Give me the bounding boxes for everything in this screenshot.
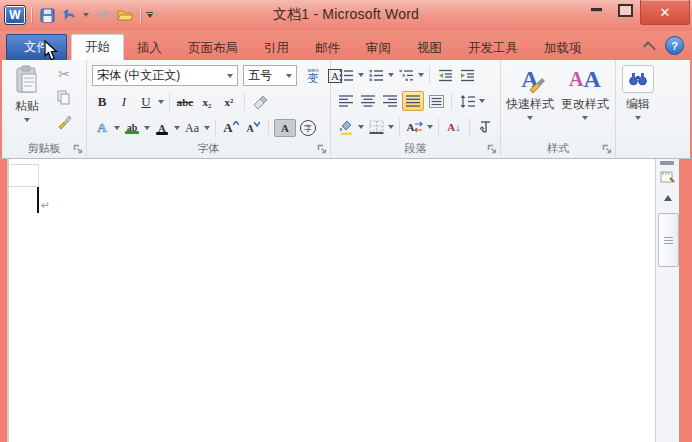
ribbon: 粘贴 ✂ 剪贴板 [0,60,692,159]
tab-view[interactable]: 视图 [404,36,455,60]
asian-layout-caret-icon[interactable] [427,125,433,129]
clipboard-dialog-launcher[interactable] [73,144,83,154]
paragraph-mark: ↵ [41,199,50,212]
quick-styles-icon: A [521,65,538,93]
underline-button[interactable]: U [136,92,156,112]
format-painter-button[interactable] [54,111,74,131]
numbering-button[interactable] [366,65,386,85]
text-effects-button[interactable]: A [92,118,112,138]
styles-dialog-launcher[interactable] [602,144,612,154]
tab-insert[interactable]: 插入 [124,36,175,60]
font-name-select[interactable]: 宋体 (中文正文) [92,65,238,86]
distributed-button[interactable] [426,91,446,111]
align-left-icon [339,95,353,107]
binoculars-icon [629,72,647,86]
bold-button[interactable]: B [92,92,112,112]
up-arrow-icon [664,195,672,201]
bullets-button[interactable] [336,65,356,85]
tab-developer[interactable]: 开发工具 [455,36,531,60]
separator [268,119,269,137]
text-effects-caret-icon[interactable] [114,126,120,130]
multilevel-list-button[interactable] [396,65,416,85]
font-size-select[interactable]: 五号 [243,65,297,86]
tab-review[interactable]: 审阅 [353,36,404,60]
paragraph-dialog-launcher[interactable] [487,144,497,154]
font-color-button[interactable]: A [152,118,172,138]
shrink-font-button[interactable]: A [243,118,263,138]
ribbon-aux-buttons: ? [644,36,684,55]
underline-caret-icon[interactable] [158,100,164,104]
vertical-scrollbar[interactable] [655,159,680,442]
clear-formatting-button[interactable] [250,92,270,112]
borders-button[interactable] [366,117,386,137]
align-center-button[interactable] [358,91,378,111]
tab-addins[interactable]: 加载项 [531,36,595,60]
split-handle[interactable] [660,161,674,165]
help-button[interactable]: ? [665,36,684,55]
shading-button[interactable] [336,117,356,137]
margin-crop-mark [9,164,39,187]
justify-button[interactable] [402,91,424,111]
change-case-button[interactable]: Aa [182,118,202,138]
change-styles-button[interactable]: A A 更改样式 [558,62,612,120]
line-spacing-caret-icon[interactable] [479,99,485,103]
subscript-button[interactable]: x₂ [197,92,217,112]
close-icon: ✕ [660,5,671,20]
mouse-cursor [44,40,60,62]
sort-button[interactable]: A ↓ [444,117,464,137]
shrink-arrow-icon [254,121,260,127]
numbering-caret-icon[interactable] [388,73,394,77]
strikethrough-button[interactable]: abc [175,92,195,112]
collapse-ribbon-icon[interactable] [643,41,656,54]
tab-home[interactable]: 开始 [71,34,124,60]
quick-styles-button[interactable]: A 快速样式 [503,62,557,120]
tab-references[interactable]: 引用 [251,36,302,60]
superscript-button[interactable]: x² [219,92,239,112]
phonetic-guide-button[interactable]: wén 变 [303,66,323,86]
character-shading-button[interactable]: A [274,119,296,137]
show-marks-button[interactable] [475,117,495,137]
minimize-button[interactable] [582,0,611,20]
close-button[interactable]: ✕ [640,0,690,25]
change-case-caret-icon[interactable] [204,126,210,130]
highlight-caret-icon[interactable] [144,126,150,130]
separator [469,118,470,136]
italic-button[interactable]: I [114,92,134,112]
bullets-caret-icon[interactable] [358,73,364,77]
align-left-button[interactable] [336,91,356,111]
tab-page-layout[interactable]: 页面布局 [175,36,251,60]
cut-button[interactable]: ✂ [54,64,74,84]
shading-caret-icon[interactable] [358,125,364,129]
phonetic-main: 变 [308,73,319,84]
borders-caret-icon[interactable] [388,125,394,129]
editing-button[interactable]: 编辑 [619,62,657,120]
text-cursor [37,187,39,213]
font-dialog-launcher[interactable] [317,144,327,154]
highlight-color-button[interactable]: ab [122,118,142,138]
enclose-characters-button[interactable]: 字 [298,118,318,138]
copy-button[interactable] [54,87,74,107]
align-right-button[interactable] [380,91,400,111]
minimize-icon [591,8,602,12]
asian-layout-arrows-icon [414,121,423,133]
decrease-indent-button[interactable] [435,65,455,85]
grow-font-button[interactable]: A [221,118,241,138]
thumb-grip [664,240,673,241]
group-paragraph: A A ↓ [331,60,501,157]
ruler-toggle-button[interactable] [658,168,677,186]
paste-dropdown-caret-icon [24,118,30,122]
increase-indent-button[interactable] [457,65,477,85]
maximize-button[interactable] [611,0,640,20]
increase-indent-icon [460,69,475,82]
tab-mailings[interactable]: 邮件 [302,36,353,60]
scroll-up-button[interactable] [658,189,677,207]
document-area[interactable]: ↵ Baidu经验 jingyan.baidu.com 百科全说 助你轻松解决 [0,159,692,442]
change-styles-icon: A A [569,65,601,93]
font-color-caret-icon[interactable] [174,126,180,130]
title-bar: W [0,0,692,31]
line-spacing-button[interactable] [457,91,477,111]
multilevel-caret-icon[interactable] [418,73,424,77]
paste-button[interactable]: 粘贴 [6,62,48,122]
scrollbar-thumb[interactable] [658,213,679,267]
asian-layout-button[interactable]: A [405,117,425,137]
